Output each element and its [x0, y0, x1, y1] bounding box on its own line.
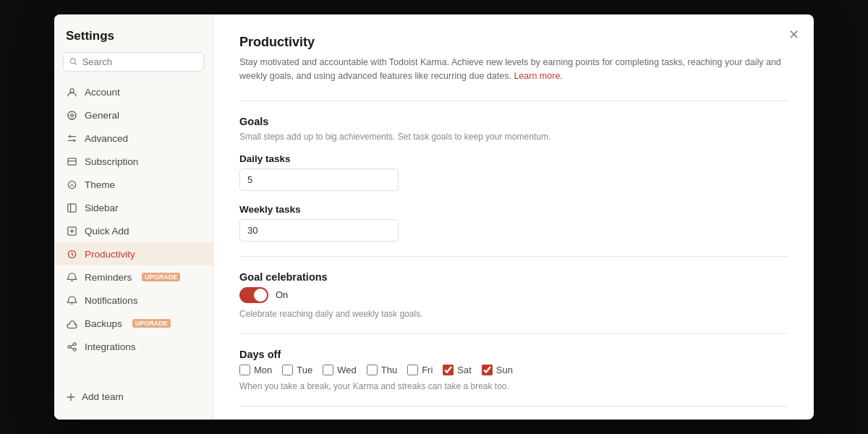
page-title: Productivity	[239, 35, 788, 50]
svg-rect-16	[67, 203, 75, 211]
day-label-tue: Tue	[297, 365, 312, 375]
sidebar-icon	[66, 202, 77, 213]
sidebar-item-general[interactable]: General	[54, 103, 213, 127]
add-team-button[interactable]: Add team	[54, 386, 213, 408]
backups-icon	[66, 318, 77, 329]
productivity-icon	[66, 248, 77, 260]
general-icon	[66, 109, 77, 121]
day-label-mon: Mon	[254, 365, 272, 375]
day-sat: Sat	[443, 365, 472, 375]
day-wed: Wed	[323, 365, 357, 375]
goals-desc: Small steps add up to big achievements. …	[239, 132, 788, 142]
checkbox-thu[interactable]	[367, 365, 378, 375]
svg-point-24	[67, 345, 70, 348]
day-label-wed: Wed	[337, 365, 357, 375]
days-off-row: Mon Tue Wed Thu Fri	[239, 365, 788, 375]
weekly-tasks-label: Weekly tasks	[239, 204, 788, 215]
theme-icon	[66, 179, 77, 190]
svg-line-1	[75, 63, 77, 65]
svg-point-2	[69, 88, 73, 92]
divider-4	[239, 406, 788, 407]
sidebar-label-subscription: Subscription	[85, 156, 138, 167]
days-off-title: Days off	[239, 349, 788, 360]
sidebar-item-theme[interactable]: Theme	[54, 173, 213, 196]
search-input[interactable]	[82, 56, 197, 67]
sidebar-item-quick-add[interactable]: Quick Add	[54, 219, 213, 242]
sidebar-label-reminders: Reminders	[85, 272, 132, 283]
day-tue: Tue	[282, 365, 312, 375]
day-mon: Mon	[239, 365, 272, 375]
checkbox-sun[interactable]	[482, 365, 493, 375]
main-content: ✕ Productivity Stay motivated and accoun…	[213, 14, 814, 420]
sidebar-item-notifications[interactable]: Notifications	[54, 289, 213, 312]
checkbox-sat[interactable]	[443, 365, 454, 375]
quick-add-icon	[66, 225, 77, 237]
toggle-knob	[254, 289, 267, 302]
sidebar-item-productivity[interactable]: Productivity	[54, 242, 213, 265]
page-description: Stay motivated and accountable with Todo…	[239, 56, 788, 83]
sidebar-title: Settings	[54, 26, 213, 52]
sidebar-item-sidebar[interactable]: Sidebar	[54, 196, 213, 219]
checkbox-wed[interactable]	[323, 365, 333, 375]
sidebar-item-advanced[interactable]: Advanced	[54, 127, 213, 150]
svg-line-28	[70, 347, 73, 349]
reminders-icon	[66, 271, 77, 283]
day-label-sat: Sat	[457, 365, 472, 375]
goal-celebrations-toggle-row: On	[239, 287, 788, 303]
sidebar-label-advanced: Advanced	[85, 133, 128, 144]
svg-rect-13	[67, 158, 75, 164]
sidebar-item-reminders[interactable]: Reminders UPGRADE	[54, 265, 213, 289]
sidebar-item-subscription[interactable]: Subscription	[54, 150, 213, 173]
days-off-desc: When you take a break, your Karma and st…	[239, 381, 788, 391]
checkbox-tue[interactable]	[282, 365, 293, 375]
search-icon	[69, 57, 78, 67]
sidebar-label-theme: Theme	[85, 179, 115, 190]
reminders-upgrade-badge: UPGRADE	[142, 273, 180, 281]
sidebar-label-quick-add: Quick Add	[85, 226, 129, 237]
advanced-icon	[66, 132, 77, 144]
account-icon	[66, 86, 77, 98]
goal-celebrations-toggle-label: On	[276, 289, 288, 300]
goal-celebrations-toggle[interactable]	[239, 287, 268, 303]
day-sun: Sun	[482, 365, 513, 375]
day-label-sun: Sun	[496, 365, 513, 375]
daily-tasks-label: Daily tasks	[239, 153, 788, 164]
day-label-thu: Thu	[381, 365, 397, 375]
svg-point-0	[70, 59, 75, 64]
sidebar-label-sidebar: Sidebar	[85, 203, 119, 213]
sidebar-label-general: General	[85, 110, 119, 121]
svg-point-3	[70, 114, 73, 116]
daily-tasks-group: Daily tasks	[239, 153, 788, 191]
divider-2	[239, 256, 788, 257]
learn-more-link[interactable]: Learn more.	[514, 71, 562, 81]
sidebar-label-account: Account	[85, 87, 120, 98]
notifications-icon	[66, 294, 77, 306]
settings-modal: Settings Account	[54, 14, 814, 420]
day-label-fri: Fri	[422, 365, 433, 375]
checkbox-mon[interactable]	[239, 365, 250, 375]
sidebar-label-productivity: Productivity	[85, 249, 135, 260]
backups-upgrade-badge: UPGRADE	[132, 319, 171, 328]
search-box[interactable]	[63, 52, 204, 72]
weekly-tasks-group: Weekly tasks	[239, 204, 788, 242]
sidebar: Settings Account	[54, 14, 213, 420]
sidebar-item-account[interactable]: Account	[54, 80, 213, 103]
weekly-tasks-input[interactable]	[239, 219, 399, 242]
daily-tasks-input[interactable]	[239, 169, 399, 191]
goals-title: Goals	[239, 116, 788, 127]
svg-point-26	[73, 348, 76, 351]
divider-3	[239, 333, 788, 334]
svg-point-25	[73, 342, 76, 345]
sidebar-label-notifications: Notifications	[85, 295, 138, 306]
checkbox-fri[interactable]	[407, 365, 418, 375]
sidebar-item-backups[interactable]: Backups UPGRADE	[54, 312, 213, 335]
sidebar-label-backups: Backups	[85, 318, 122, 329]
subscription-icon	[66, 156, 77, 167]
goal-celebrations-desc: Celebrate reaching daily and weekly task…	[239, 309, 788, 319]
sidebar-item-integrations[interactable]: Integrations	[54, 335, 213, 358]
sidebar-label-integrations: Integrations	[85, 341, 136, 352]
svg-line-27	[70, 344, 73, 346]
add-team-label: Add team	[82, 391, 124, 402]
close-button[interactable]: ✕	[783, 25, 804, 45]
divider-1	[239, 101, 788, 101]
